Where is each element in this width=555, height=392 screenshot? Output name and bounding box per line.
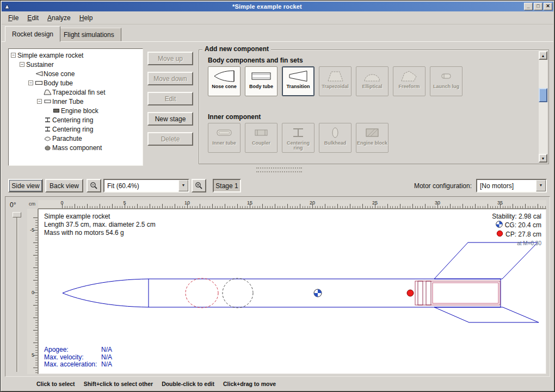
- component-tree[interactable]: − Simple example rocket − Sustainer Nose…: [8, 48, 143, 166]
- view-toolbar: Side view Back view Fit (60.4%) ▼ Stage …: [2, 173, 553, 196]
- zoom-level-value: Fit (60.4%): [104, 182, 178, 190]
- close-button[interactable]: ✕: [544, 3, 552, 10]
- rocket-canvas[interactable]: Simple example rocket Length 37.5 cm, ma…: [38, 209, 546, 374]
- comp-button-label: Nose cone: [212, 84, 237, 89]
- engine-block-icon: [52, 108, 61, 114]
- chevron-down-icon[interactable]: ▼: [536, 180, 546, 191]
- lower-fin-outline: [434, 307, 539, 322]
- tree-item-mass-component[interactable]: Mass component: [10, 143, 143, 152]
- elliptical-fin-icon: [360, 69, 384, 84]
- motor-config-select[interactable]: [No motors] ▼: [476, 179, 547, 192]
- cp-icon: [496, 230, 503, 239]
- add-transition-button[interactable]: Transition: [282, 66, 314, 96]
- mass-component-icon: [44, 145, 52, 151]
- cp-marker: [407, 290, 414, 296]
- tab-flight-simulations[interactable]: Flight simulations: [57, 28, 121, 41]
- add-launch-lug-button[interactable]: Launch lug: [430, 66, 462, 96]
- zoom-level-select[interactable]: Fit (60.4%) ▼: [103, 179, 189, 192]
- status-hint-drag: Click+drag to move: [223, 381, 276, 387]
- motor-mount-outline: [415, 281, 500, 305]
- zoom-in-button[interactable]: [192, 179, 206, 192]
- add-body-tube-button[interactable]: Body tube: [245, 66, 278, 96]
- rocket-info: Simple example rocket Length 37.5 cm, ma…: [44, 213, 156, 237]
- tree-item-label: Engine block: [61, 107, 98, 115]
- tree-item-nose-cone[interactable]: Nose cone: [10, 69, 143, 78]
- tree-item-centering-ring-2[interactable]: Centering ring: [10, 125, 143, 134]
- status-bar: Click to select Shift+click to select ot…: [2, 377, 553, 390]
- tree-item-fin-set[interactable]: Trapezoidal fin set: [10, 88, 143, 97]
- motor-config-value: [No motors]: [477, 182, 536, 190]
- add-engine-block-button[interactable]: Engine block: [356, 123, 388, 153]
- add-centering-ring-button[interactable]: Centering ring: [282, 123, 314, 153]
- ruler-tick-label: 5: [32, 352, 34, 358]
- edit-button[interactable]: Edit: [147, 92, 193, 105]
- add-inner-tube-button[interactable]: Inner tube: [208, 123, 240, 153]
- chevron-down-icon[interactable]: ▼: [178, 180, 188, 191]
- add-bulkhead-button[interactable]: Bulkhead: [319, 123, 351, 153]
- parachute-outline: [186, 278, 218, 308]
- scrollbar-track[interactable]: [539, 60, 547, 154]
- nose-cone-icon: [35, 71, 44, 77]
- scroll-up-button[interactable]: ▲: [539, 51, 547, 60]
- ruler-tick-label: 5: [123, 200, 126, 206]
- comp-button-label: Centering ring: [282, 141, 314, 151]
- add-nose-cone-button[interactable]: Nose cone: [208, 66, 240, 96]
- menu-analyze[interactable]: Analyze: [43, 13, 75, 23]
- comp-button-label: Elliptical: [362, 84, 382, 89]
- menu-help[interactable]: Help: [75, 13, 97, 23]
- cg-icon: [496, 221, 503, 230]
- tree-item-centering-ring-1[interactable]: Centering ring: [10, 115, 143, 125]
- rotation-slider-handle[interactable]: [13, 212, 21, 217]
- move-down-button[interactable]: Move down: [147, 72, 193, 85]
- add-elliptical-fin-button[interactable]: Elliptical: [356, 66, 388, 96]
- add-trapezoidal-fin-button[interactable]: Trapezoidal: [319, 66, 351, 96]
- scroll-down-button[interactable]: ▼: [539, 154, 547, 163]
- tree-item-body-tube[interactable]: − Body tube: [10, 78, 143, 88]
- window-titlebar[interactable]: *Simple example rocket _ □ ✕: [2, 2, 553, 11]
- move-up-button[interactable]: Move up: [147, 52, 193, 65]
- back-view-button[interactable]: Back view: [45, 179, 83, 192]
- menu-edit[interactable]: Edit: [23, 13, 43, 23]
- maximize-button[interactable]: □: [534, 3, 542, 10]
- rotation-slider[interactable]: [16, 212, 18, 372]
- trapezoidal-fin-icon: [44, 89, 52, 95]
- add-coupler-button[interactable]: Coupler: [245, 123, 278, 153]
- groupbox-scrollbar[interactable]: ▲ ▼: [539, 51, 547, 163]
- inner-component-label: Inner component: [208, 113, 261, 121]
- tree-expander-icon[interactable]: −: [37, 99, 42, 104]
- minimize-button[interactable]: _: [524, 3, 533, 10]
- magnifier-minus-icon: [90, 182, 98, 190]
- tree-item-sustainer[interactable]: − Sustainer: [10, 60, 143, 69]
- add-freeform-fin-button[interactable]: Freeform: [393, 66, 425, 96]
- tree-item-rocket[interactable]: − Simple example rocket: [10, 51, 143, 60]
- tab-rocket-design[interactable]: Rocket design: [5, 26, 60, 42]
- splitter-handle[interactable]: [256, 167, 302, 172]
- body-components-label: Body components and fin sets: [208, 57, 303, 64]
- tree-item-inner-tube[interactable]: − Inner Tube: [10, 97, 143, 106]
- new-stage-button[interactable]: New stage: [147, 112, 193, 126]
- stability-block: Stability: 2.98 cal CG: 20.4 cm CP: 27.8…: [492, 213, 541, 247]
- tree-item-engine-block[interactable]: Engine block: [10, 106, 143, 115]
- ruler-tick-label: -5: [30, 227, 34, 233]
- comp-button-label: Coupler: [252, 141, 270, 146]
- ruler-tick-label: 10: [184, 200, 190, 206]
- menu-file[interactable]: File: [4, 13, 23, 23]
- parachute-icon: [44, 135, 52, 141]
- tree-expander-icon[interactable]: −: [28, 80, 33, 85]
- rocket-dimensions: Length 37.5 cm, max. diameter 2.5 cm: [44, 221, 156, 229]
- tree-expander-icon[interactable]: −: [11, 53, 16, 58]
- tree-expander-icon[interactable]: −: [20, 62, 24, 67]
- stage-1-toggle[interactable]: Stage 1: [213, 179, 241, 192]
- comp-button-label: Launch lug: [433, 84, 459, 89]
- scroll-thumb[interactable]: [539, 88, 547, 102]
- main-tabbar: Rocket design Flight simulations: [2, 24, 553, 41]
- upper-fin-outline: [434, 242, 538, 279]
- cg-readout: CG: 20.4 cm: [492, 221, 541, 230]
- side-view-button[interactable]: Side view: [8, 179, 43, 192]
- tree-item-parachute[interactable]: Parachute: [10, 134, 143, 143]
- body-tube-outline: [149, 279, 501, 307]
- zoom-out-button[interactable]: [87, 179, 101, 192]
- window-title: *Simple example rocket: [11, 3, 523, 10]
- rocket-name: Simple example rocket: [44, 213, 156, 221]
- delete-button[interactable]: Delete: [147, 132, 193, 146]
